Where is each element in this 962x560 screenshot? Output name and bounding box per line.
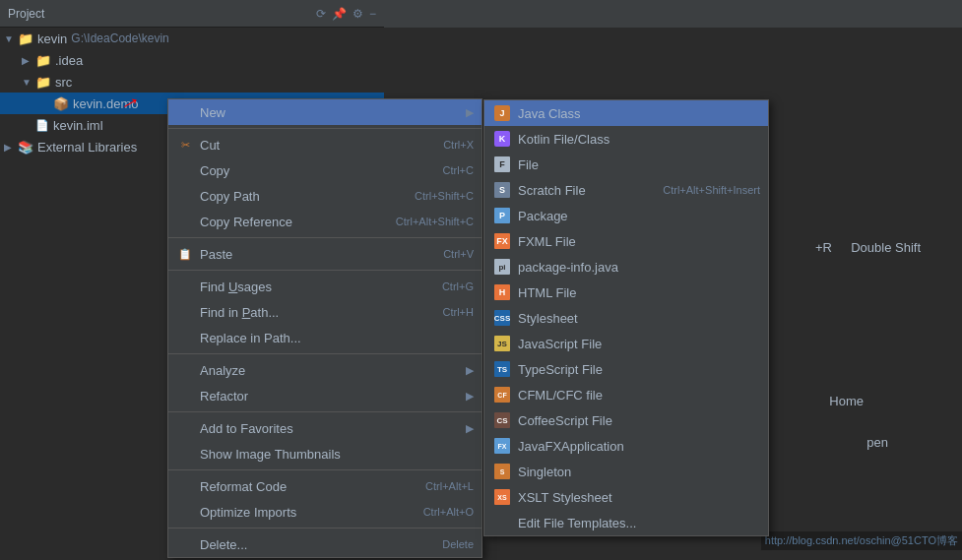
replace-path-label: Replace in Path...	[200, 331, 474, 345]
project-header: Project ⟳ 📌 ⚙ −	[0, 0, 384, 28]
src-folder-icon: 📁	[35, 75, 51, 90]
java-class-icon: J	[492, 105, 512, 121]
menu-item-delete[interactable]: Delete... Delete	[168, 531, 481, 557]
favorites-arrow: ▶	[466, 422, 474, 435]
tree-item-idea[interactable]: ▶ 📁 .idea	[0, 49, 384, 71]
separator-4	[168, 353, 481, 354]
copy-shortcut: Ctrl+C	[443, 164, 474, 176]
edit-templates-icon	[492, 515, 512, 530]
fxml-label: FXML File	[518, 234, 760, 249]
tree-item-root[interactable]: ▼ 📁 kevin G:\IdeaCode\kevin	[0, 28, 384, 49]
menu-item-thumbnails[interactable]: Show Image Thumbnails	[168, 441, 481, 467]
settings-icon[interactable]: ⚙	[353, 7, 363, 21]
home-text: Home	[829, 394, 864, 408]
sync-icon[interactable]: ⟳	[316, 7, 326, 21]
separator-3	[168, 270, 481, 271]
cut-label: Cut	[200, 138, 423, 153]
file-icon: F	[492, 156, 512, 172]
pkginfo-icon: pi	[492, 259, 512, 275]
menu-item-copy[interactable]: Copy Ctrl+C	[168, 157, 481, 183]
find-path-shortcut: Ctrl+H	[443, 306, 474, 318]
double-shift-text: Double Shift	[851, 240, 921, 255]
submenu-item-html[interactable]: H HTML File	[484, 280, 768, 305]
scratch-shortcut: Ctrl+Alt+Shift+Insert	[663, 184, 760, 196]
submenu-item-xslt[interactable]: XS XSLT Stylesheet	[484, 484, 768, 510]
menu-item-new[interactable]: New ▶ J Java Class K Kotlin File/Class	[168, 99, 481, 125]
ts-icon: TS	[492, 361, 512, 377]
analyze-arrow: ▶	[466, 364, 474, 377]
java-class-label: Java Class	[518, 106, 760, 121]
menu-item-favorites[interactable]: Add to Favorites ▶	[168, 415, 481, 441]
js-icon: JS	[492, 336, 512, 351]
submenu-item-scratch[interactable]: S Scratch File Ctrl+Alt+Shift+Insert	[484, 177, 768, 203]
submenu-item-kotlin[interactable]: K Kotlin File/Class	[484, 126, 768, 152]
xslt-label: XSLT Stylesheet	[518, 490, 760, 505]
submenu-item-java-class[interactable]: J Java Class	[484, 100, 768, 126]
new-arrow: ▶	[466, 106, 474, 119]
submenu-item-js[interactable]: JS JavaScript File	[484, 331, 768, 356]
submenu-item-package[interactable]: P Package	[484, 203, 768, 228]
ext-arrow: ▶	[4, 142, 18, 153]
separator-2	[168, 237, 481, 238]
submenu-item-coffee[interactable]: CS CoffeeScript File	[484, 407, 768, 433]
menu-item-find-usages[interactable]: Find Usages Ctrl+G	[168, 274, 481, 299]
menu-item-copy-ref[interactable]: Copy Reference Ctrl+Alt+Shift+C	[168, 209, 481, 234]
submenu-item-file[interactable]: F File	[484, 152, 768, 177]
singleton-icon: S	[492, 464, 512, 479]
kotlin-icon: K	[492, 131, 512, 147]
coffee-label: CoffeeScript File	[518, 413, 760, 428]
cfml-icon: CF	[492, 387, 512, 403]
context-menu: New ▶ J Java Class K Kotlin File/Class	[167, 98, 482, 558]
thumbnails-label: Show Image Thumbnails	[200, 447, 474, 462]
submenu-item-pkginfo[interactable]: pi package-info.java	[484, 254, 768, 280]
src-label: src	[55, 75, 72, 90]
paste-shortcut: Ctrl+V	[443, 248, 474, 260]
refactor-arrow: ▶	[466, 390, 474, 403]
reformat-shortcut: Ctrl+Alt+L	[425, 480, 474, 492]
new-label: New	[200, 105, 458, 120]
ts-label: TypeScript File	[518, 362, 760, 377]
scratch-label: Scratch File	[518, 183, 663, 198]
root-label: kevin	[37, 31, 67, 46]
submenu-item-edit-templates[interactable]: Edit File Templates...	[484, 510, 768, 535]
header-icons: ⟳ 📌 ⚙ −	[316, 7, 376, 21]
menu-item-copy-path[interactable]: Copy Path Ctrl+Shift+C	[168, 183, 481, 209]
file-label: File	[518, 157, 760, 172]
pin-icon[interactable]: 📌	[332, 7, 347, 21]
singleton-label: Singleton	[518, 465, 760, 479]
minimize-icon[interactable]: −	[369, 7, 376, 21]
xslt-icon: XS	[492, 489, 512, 505]
submenu-item-stylesheet[interactable]: CSS Stylesheet	[484, 305, 768, 331]
find-path-label: Find in Path...	[200, 305, 423, 320]
tree-item-src[interactable]: ▼ 📁 src	[0, 71, 384, 93]
menu-item-analyze[interactable]: Analyze ▶	[168, 357, 481, 383]
html-icon: H	[492, 284, 512, 300]
optimize-label: Optimize Imports	[200, 505, 404, 520]
idea-label: .idea	[55, 53, 83, 68]
submenu-item-ts[interactable]: TS TypeScript File	[484, 356, 768, 382]
submenu-item-javafx[interactable]: FX JavaFXApplication	[484, 433, 768, 459]
open-text: pen	[866, 435, 888, 450]
demo-folder-icon: 📦	[53, 96, 69, 111]
menu-item-find-path[interactable]: Find in Path... Ctrl+H	[168, 299, 481, 325]
menu-item-reformat[interactable]: Reformat Code Ctrl+Alt+L	[168, 473, 481, 499]
submenu-item-cfml[interactable]: CF CFML/CFC file	[484, 382, 768, 407]
paste-icon: 📋	[176, 248, 194, 261]
submenu-item-singleton[interactable]: S Singleton	[484, 459, 768, 484]
kotlin-label: Kotlin File/Class	[518, 132, 760, 147]
coffee-icon: CS	[492, 412, 512, 428]
idea-arrow: ▶	[22, 55, 35, 66]
menu-item-optimize[interactable]: Optimize Imports Ctrl+Alt+O	[168, 499, 481, 525]
plus-r-text: +R	[815, 240, 832, 255]
copy-ref-label: Copy Reference	[200, 215, 376, 229]
submenu-item-fxml[interactable]: FX FXML File	[484, 228, 768, 254]
menu-item-replace-path[interactable]: Replace in Path...	[168, 325, 481, 350]
menu-item-cut[interactable]: ✂ Cut Ctrl+X	[168, 132, 481, 157]
watermark: http://blog.csdn.net/oschin@51CTO博客	[761, 531, 962, 550]
refactor-label: Refactor	[200, 389, 458, 404]
menu-item-refactor[interactable]: Refactor ▶	[168, 383, 481, 408]
paste-label: Paste	[200, 247, 423, 262]
cut-shortcut: Ctrl+X	[443, 139, 474, 151]
menu-item-paste[interactable]: 📋 Paste Ctrl+V	[168, 241, 481, 267]
package-icon: P	[492, 208, 512, 223]
